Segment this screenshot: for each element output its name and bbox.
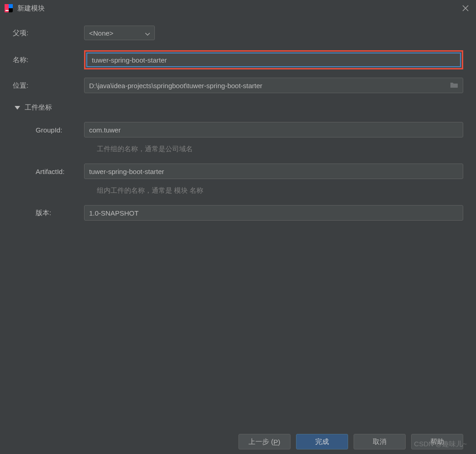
folder-icon[interactable] bbox=[450, 82, 458, 90]
parent-select[interactable]: <None> bbox=[84, 26, 155, 40]
version-input[interactable] bbox=[84, 205, 463, 221]
location-label: 位置: bbox=[13, 81, 84, 90]
groupid-hint: 工件组的名称，通常是公司域名 bbox=[97, 145, 463, 153]
prev-mnemonic: P bbox=[274, 438, 278, 446]
cancel-button[interactable]: 取消 bbox=[354, 434, 406, 449]
version-row: 版本: bbox=[13, 205, 463, 221]
prev-prefix: 上一步 ( bbox=[249, 438, 273, 446]
parent-row: 父项: <None> bbox=[13, 26, 463, 40]
parent-value: <None> bbox=[89, 29, 142, 37]
groupid-input[interactable] bbox=[84, 122, 463, 137]
location-input-wrap[interactable]: D:\java\idea-projects\springboot\tuwer-s… bbox=[84, 78, 463, 93]
artifactid-input[interactable] bbox=[84, 164, 463, 179]
window-title: 新建模块 bbox=[17, 4, 460, 13]
form-content: 父项: <None> 名称: 位置: D:\java\idea-projects… bbox=[0, 16, 476, 221]
name-highlight-box bbox=[84, 50, 463, 69]
help-button[interactable]: 帮助 bbox=[411, 434, 463, 449]
finish-button[interactable]: 完成 bbox=[296, 434, 348, 449]
artifactid-row: ArtifactId: bbox=[13, 164, 463, 179]
coordinates-section-header[interactable]: 工件坐标 bbox=[13, 103, 463, 112]
button-bar: 上一步 (P) 完成 取消 帮助 bbox=[238, 434, 463, 449]
groupid-label: GroupId: bbox=[13, 126, 84, 134]
svg-rect-1 bbox=[5, 4, 9, 8]
coordinates-label: 工件坐标 bbox=[25, 103, 52, 112]
name-row: 名称: bbox=[13, 50, 463, 69]
parent-label: 父项: bbox=[13, 29, 84, 37]
titlebar: 新建模块 bbox=[0, 0, 476, 16]
location-value: D:\java\idea-projects\springboot\tuwer-s… bbox=[89, 82, 450, 90]
artifactid-hint: 组内工件的名称，通常是 模块 名称 bbox=[97, 186, 463, 195]
app-icon bbox=[5, 4, 13, 12]
location-row: 位置: D:\java\idea-projects\springboot\tuw… bbox=[13, 78, 463, 93]
name-label: 名称: bbox=[13, 56, 84, 64]
chevron-down-icon bbox=[145, 29, 150, 37]
artifactid-label: ArtifactId: bbox=[13, 168, 84, 175]
name-input[interactable] bbox=[86, 53, 461, 67]
prev-suffix: ) bbox=[278, 438, 280, 446]
version-label: 版本: bbox=[13, 209, 84, 217]
previous-button[interactable]: 上一步 (P) bbox=[238, 434, 291, 449]
svg-rect-4 bbox=[5, 10, 9, 11]
triangle-down-icon bbox=[15, 106, 20, 110]
svg-rect-2 bbox=[9, 4, 13, 8]
close-icon[interactable] bbox=[460, 2, 471, 14]
groupid-row: GroupId: bbox=[13, 122, 463, 137]
